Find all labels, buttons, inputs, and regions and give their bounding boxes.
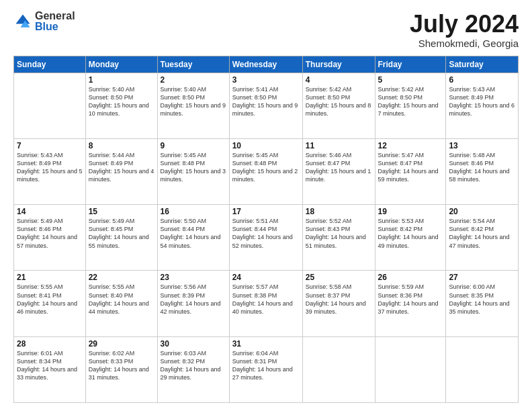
cell-info: Sunrise: 5:40 AM Sunset: 8:50 PM Dayligh… [161, 85, 226, 118]
cell-info: Sunrise: 5:42 AM Sunset: 8:50 PM Dayligh… [378, 85, 443, 118]
month-title: July 2024 [410, 11, 519, 38]
location: Shemokmedi, Georgia [410, 38, 519, 49]
cell-info: Sunrise: 5:52 AM Sunset: 8:43 PM Dayligh… [306, 217, 372, 250]
calendar-cell: 16Sunrise: 5:50 AM Sunset: 8:44 PM Dayli… [157, 205, 229, 271]
header-row: SundayMondayTuesdayWednesdayThursdayFrid… [14, 56, 519, 73]
calendar-cell: 3Sunrise: 5:41 AM Sunset: 8:50 PM Daylig… [229, 73, 302, 138]
day-number: 20 [449, 207, 515, 216]
cell-info: Sunrise: 5:40 AM Sunset: 8:50 PM Dayligh… [89, 85, 154, 118]
calendar-cell: 6Sunrise: 5:43 AM Sunset: 8:49 PM Daylig… [446, 73, 519, 138]
day-number: 14 [17, 207, 83, 216]
calendar-cell: 18Sunrise: 5:52 AM Sunset: 8:43 PM Dayli… [302, 205, 375, 271]
calendar-cell: 12Sunrise: 5:47 AM Sunset: 8:47 PM Dayli… [375, 138, 446, 204]
day-number: 13 [449, 141, 515, 150]
day-header-saturday: Saturday [446, 56, 519, 73]
day-number: 31 [232, 339, 300, 349]
calendar-cell: 24Sunrise: 5:57 AM Sunset: 8:38 PM Dayli… [229, 271, 302, 336]
day-number: 11 [306, 141, 372, 150]
logo-blue-text: Blue [35, 21, 75, 32]
title-block: July 2024 Shemokmedi, Georgia [410, 11, 519, 49]
calendar-cell: 20Sunrise: 5:54 AM Sunset: 8:42 PM Dayli… [446, 205, 519, 271]
cell-info: Sunrise: 5:41 AM Sunset: 8:50 PM Dayligh… [232, 85, 300, 118]
day-number: 19 [378, 207, 443, 216]
day-number: 21 [17, 273, 83, 282]
day-number: 9 [161, 141, 226, 150]
calendar-cell: 31Sunrise: 6:04 AM Sunset: 8:31 PM Dayli… [229, 336, 302, 402]
day-number: 25 [306, 273, 372, 282]
calendar-cell: 13Sunrise: 5:48 AM Sunset: 8:46 PM Dayli… [446, 138, 519, 204]
day-number: 26 [378, 273, 443, 282]
header: General Blue July 2024 Shemokmedi, Georg… [13, 11, 519, 49]
cell-info: Sunrise: 6:04 AM Sunset: 8:31 PM Dayligh… [232, 349, 300, 382]
cell-info: Sunrise: 5:43 AM Sunset: 8:49 PM Dayligh… [449, 85, 515, 118]
week-row-0: 1Sunrise: 5:40 AM Sunset: 8:50 PM Daylig… [14, 73, 519, 138]
calendar-cell: 17Sunrise: 5:51 AM Sunset: 8:44 PM Dayli… [229, 205, 302, 271]
cell-info: Sunrise: 5:45 AM Sunset: 8:48 PM Dayligh… [232, 151, 300, 184]
cell-info: Sunrise: 6:00 AM Sunset: 8:35 PM Dayligh… [449, 283, 515, 316]
calendar-cell [14, 73, 86, 138]
svg-marker-0 [16, 15, 30, 24]
week-row-3: 21Sunrise: 5:55 AM Sunset: 8:41 PM Dayli… [14, 271, 519, 336]
day-number: 28 [17, 339, 83, 349]
day-number: 17 [232, 207, 300, 216]
day-header-thursday: Thursday [302, 56, 375, 73]
calendar-cell: 15Sunrise: 5:49 AM Sunset: 8:45 PM Dayli… [85, 205, 157, 271]
cell-info: Sunrise: 5:43 AM Sunset: 8:49 PM Dayligh… [17, 151, 83, 184]
day-number: 30 [161, 339, 226, 349]
calendar-table: SundayMondayTuesdayWednesdayThursdayFrid… [13, 56, 519, 403]
page: General Blue July 2024 Shemokmedi, Georg… [0, 0, 532, 411]
day-header-sunday: Sunday [14, 56, 86, 73]
calendar-cell: 5Sunrise: 5:42 AM Sunset: 8:50 PM Daylig… [375, 73, 446, 138]
cell-info: Sunrise: 5:48 AM Sunset: 8:46 PM Dayligh… [449, 151, 515, 184]
day-number: 10 [232, 141, 300, 150]
week-row-2: 14Sunrise: 5:49 AM Sunset: 8:46 PM Dayli… [14, 205, 519, 271]
calendar-cell: 22Sunrise: 5:55 AM Sunset: 8:40 PM Dayli… [85, 271, 157, 336]
cell-info: Sunrise: 5:53 AM Sunset: 8:42 PM Dayligh… [378, 217, 443, 250]
cell-info: Sunrise: 5:50 AM Sunset: 8:44 PM Dayligh… [161, 217, 226, 250]
cell-info: Sunrise: 5:49 AM Sunset: 8:46 PM Dayligh… [17, 217, 83, 250]
calendar-cell: 7Sunrise: 5:43 AM Sunset: 8:49 PM Daylig… [14, 138, 86, 204]
calendar-cell: 11Sunrise: 5:46 AM Sunset: 8:47 PM Dayli… [302, 138, 375, 204]
cell-info: Sunrise: 5:47 AM Sunset: 8:47 PM Dayligh… [378, 151, 443, 184]
cell-info: Sunrise: 5:56 AM Sunset: 8:39 PM Dayligh… [161, 283, 226, 316]
calendar-cell: 28Sunrise: 6:01 AM Sunset: 8:34 PM Dayli… [14, 336, 86, 402]
day-number: 27 [449, 273, 515, 282]
day-number: 7 [17, 141, 83, 150]
calendar-cell: 19Sunrise: 5:53 AM Sunset: 8:42 PM Dayli… [375, 205, 446, 271]
cell-info: Sunrise: 6:03 AM Sunset: 8:32 PM Dayligh… [161, 349, 226, 382]
day-number: 18 [306, 207, 372, 216]
calendar-cell: 8Sunrise: 5:44 AM Sunset: 8:49 PM Daylig… [85, 138, 157, 204]
day-number: 8 [89, 141, 154, 150]
day-number: 22 [89, 273, 154, 282]
calendar-cell: 25Sunrise: 5:58 AM Sunset: 8:37 PM Dayli… [302, 271, 375, 336]
week-row-4: 28Sunrise: 6:01 AM Sunset: 8:34 PM Dayli… [14, 336, 519, 402]
day-header-wednesday: Wednesday [229, 56, 302, 73]
day-number: 29 [89, 339, 154, 349]
cell-info: Sunrise: 5:55 AM Sunset: 8:41 PM Dayligh… [17, 283, 83, 316]
calendar-cell: 21Sunrise: 5:55 AM Sunset: 8:41 PM Dayli… [14, 271, 86, 336]
calendar-cell: 29Sunrise: 6:02 AM Sunset: 8:33 PM Dayli… [85, 336, 157, 402]
cell-info: Sunrise: 5:55 AM Sunset: 8:40 PM Dayligh… [89, 283, 154, 316]
day-number: 5 [378, 75, 443, 85]
day-number: 15 [89, 207, 154, 216]
day-number: 6 [449, 75, 515, 85]
calendar-cell: 30Sunrise: 6:03 AM Sunset: 8:32 PM Dayli… [157, 336, 229, 402]
cell-info: Sunrise: 5:46 AM Sunset: 8:47 PM Dayligh… [306, 151, 372, 184]
day-header-friday: Friday [375, 56, 446, 73]
cell-info: Sunrise: 6:02 AM Sunset: 8:33 PM Dayligh… [89, 349, 154, 382]
cell-info: Sunrise: 5:44 AM Sunset: 8:49 PM Dayligh… [89, 151, 154, 184]
logo-general-text: General [35, 11, 75, 21]
cell-info: Sunrise: 6:01 AM Sunset: 8:34 PM Dayligh… [17, 349, 83, 382]
calendar-cell [302, 336, 375, 402]
week-row-1: 7Sunrise: 5:43 AM Sunset: 8:49 PM Daylig… [14, 138, 519, 204]
day-number: 12 [378, 141, 443, 150]
cell-info: Sunrise: 5:51 AM Sunset: 8:44 PM Dayligh… [232, 217, 300, 250]
calendar-cell [446, 336, 519, 402]
calendar-cell [375, 336, 446, 402]
calendar-cell: 2Sunrise: 5:40 AM Sunset: 8:50 PM Daylig… [157, 73, 229, 138]
cell-info: Sunrise: 5:42 AM Sunset: 8:50 PM Dayligh… [306, 85, 372, 118]
calendar-cell: 1Sunrise: 5:40 AM Sunset: 8:50 PM Daylig… [85, 73, 157, 138]
calendar-cell: 4Sunrise: 5:42 AM Sunset: 8:50 PM Daylig… [302, 73, 375, 138]
day-number: 16 [161, 207, 226, 216]
day-number: 2 [161, 75, 226, 85]
